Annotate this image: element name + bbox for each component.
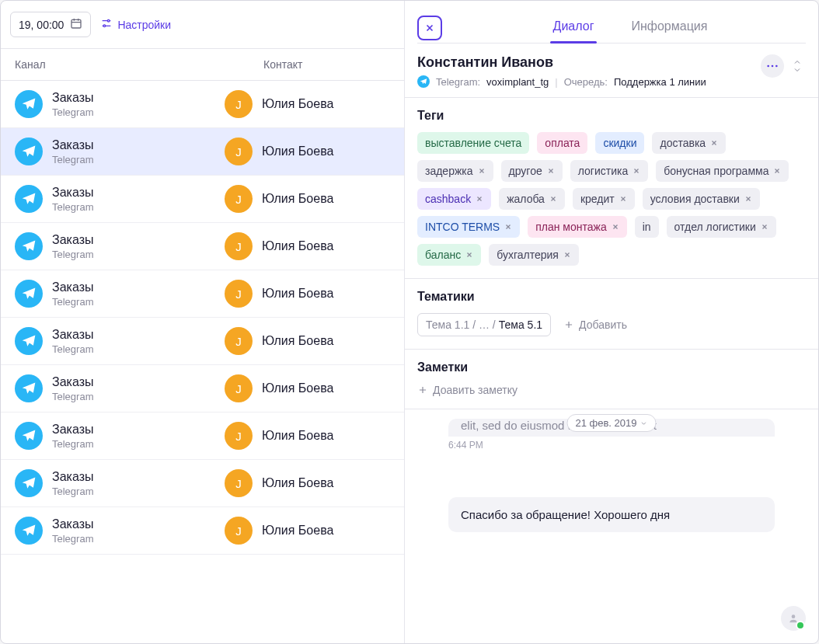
- table-row[interactable]: Заказы Telegram J Юлия Боева: [1, 270, 404, 318]
- tag[interactable]: скидки: [595, 132, 644, 154]
- add-topic-button[interactable]: Добавить: [563, 319, 627, 331]
- channel-cell: Заказы Telegram: [15, 90, 225, 118]
- channel-sub: Telegram: [52, 201, 93, 213]
- collapse-button[interactable]: [789, 59, 806, 73]
- close-icon[interactable]: [465, 249, 473, 261]
- chat-area: elit, sed do eiusmod tempor incididunt 2…: [405, 409, 818, 643]
- app-frame: 19, 00:00 Настройки Канал Контакт Зака: [0, 0, 819, 644]
- tag[interactable]: in: [635, 216, 659, 238]
- contact-cell: J Юлия Боева: [225, 185, 333, 213]
- tag[interactable]: оплата: [537, 132, 587, 154]
- close-icon[interactable]: [547, 165, 555, 177]
- tag-label: отдел логистики: [674, 221, 756, 233]
- channel-cell: Заказы Telegram: [15, 517, 225, 545]
- tag[interactable]: бонусная программа: [656, 160, 789, 182]
- add-note-button[interactable]: Доавить заметку: [417, 384, 806, 396]
- channel-name: Заказы: [52, 280, 93, 294]
- table-row[interactable]: Заказы Telegram J Юлия Боева: [1, 413, 404, 460]
- tag[interactable]: кредит: [573, 188, 635, 210]
- avatar: J: [225, 138, 253, 165]
- close-button[interactable]: [417, 16, 442, 40]
- tag-label: бонусная программа: [664, 165, 768, 177]
- channel-cell: Заказы Telegram: [15, 469, 225, 497]
- tag[interactable]: cashback: [417, 188, 491, 210]
- close-icon[interactable]: [563, 249, 571, 261]
- tab-info[interactable]: Информация: [628, 13, 710, 43]
- channel-name: Заказы: [52, 375, 93, 389]
- close-icon[interactable]: [773, 165, 781, 177]
- settings-button[interactable]: Настройки: [100, 17, 171, 32]
- close-icon[interactable]: [619, 193, 627, 205]
- tag-label: INTCO TERMS: [425, 221, 500, 233]
- avatar: J: [225, 327, 253, 355]
- tag[interactable]: жалоба: [499, 188, 565, 210]
- close-icon[interactable]: [478, 165, 486, 177]
- tag-label: баланс: [425, 249, 461, 261]
- telegram-icon: [15, 280, 43, 308]
- channel-name: Заказы: [52, 91, 93, 105]
- channel-name: Заказы: [52, 328, 93, 342]
- tag[interactable]: условия доставки: [643, 188, 760, 210]
- svg-rect-0: [71, 19, 81, 28]
- table-row[interactable]: Заказы Telegram J Юлия Боева: [1, 460, 404, 507]
- topic-chip[interactable]: Тема 1.1 / … / Тема 5.1: [417, 313, 551, 336]
- table-row[interactable]: Заказы Telegram J Юлия Боева: [1, 365, 404, 413]
- contact-cell: J Юлия Боева: [225, 469, 333, 497]
- contact-name: Юлия Боева: [262, 334, 333, 348]
- meta-separator: |: [555, 76, 557, 88]
- table-row[interactable]: Заказы Telegram J Юлия Боева: [1, 223, 404, 270]
- close-icon[interactable]: [476, 193, 483, 205]
- date-picker[interactable]: 19, 00:00: [10, 12, 91, 37]
- contact-cell: J Юлия Боева: [225, 374, 333, 402]
- channel-sub: Telegram: [52, 296, 93, 308]
- tag[interactable]: логистика: [570, 160, 649, 182]
- telegram-icon: [15, 469, 43, 497]
- tag[interactable]: баланс: [417, 244, 481, 266]
- table-row[interactable]: Заказы Telegram J Юлия Боева: [1, 507, 404, 555]
- tag[interactable]: доставка: [652, 132, 726, 154]
- channel-texts: Заказы Telegram: [52, 280, 93, 308]
- tag[interactable]: отдел логистики: [667, 216, 776, 238]
- close-icon[interactable]: [504, 221, 512, 233]
- table-row[interactable]: Заказы Telegram J Юлия Боева: [1, 128, 404, 176]
- close-icon[interactable]: [744, 193, 752, 205]
- table-row[interactable]: Заказы Telegram J Юлия Боева: [1, 318, 404, 365]
- channel-sub: Telegram: [52, 486, 93, 497]
- channel-texts: Заказы Telegram: [52, 186, 93, 213]
- channel-sub: Telegram: [52, 343, 93, 355]
- tag[interactable]: INTCO TERMS: [417, 216, 520, 238]
- settings-label: Настройки: [117, 19, 171, 31]
- tag[interactable]: выставление счета: [417, 132, 529, 154]
- tag[interactable]: план монтажа: [528, 216, 627, 238]
- tag[interactable]: задержка: [417, 160, 493, 182]
- table-row[interactable]: Заказы Telegram J Юлия Боева: [1, 176, 404, 223]
- toolbar: 19, 00:00 Настройки: [1, 1, 404, 49]
- contact-cell: J Юлия Боева: [225, 138, 333, 165]
- telegram-icon: [15, 374, 43, 402]
- close-icon[interactable]: [612, 221, 619, 233]
- add-note-label: Доавить заметку: [433, 384, 518, 396]
- more-button[interactable]: [761, 54, 784, 78]
- telegram-icon: [15, 138, 43, 165]
- close-icon[interactable]: [761, 221, 768, 233]
- close-icon[interactable]: [549, 193, 557, 205]
- meta-queue-value: Поддержка 1 линии: [614, 76, 706, 88]
- topic-path-prefix: Тема 1.1 / … /: [426, 319, 496, 331]
- right-pane: Диалог Информация Константин Иванов Tele…: [405, 1, 818, 643]
- contact-name: Юлия Боева: [262, 192, 333, 206]
- presence-indicator[interactable]: [781, 606, 806, 631]
- tags-section: Теги выставление счетаоплатаскидкидостав…: [405, 98, 818, 279]
- tag[interactable]: бухгалтерия: [489, 244, 579, 266]
- tag-label: выставление счета: [425, 137, 521, 149]
- avatar: J: [225, 90, 253, 118]
- channel-texts: Заказы Telegram: [52, 517, 93, 545]
- date-chip[interactable]: 21 фев. 2019: [566, 414, 656, 432]
- close-icon[interactable]: [633, 165, 640, 177]
- tag[interactable]: другое: [501, 160, 563, 182]
- close-icon[interactable]: [710, 137, 718, 149]
- tab-dialog[interactable]: Диалог: [550, 13, 598, 43]
- channel-texts: Заказы Telegram: [52, 375, 93, 402]
- add-topic-label: Добавить: [579, 319, 627, 331]
- table-row[interactable]: Заказы Telegram J Юлия Боева: [1, 81, 404, 128]
- channel-name: Заказы: [52, 186, 93, 200]
